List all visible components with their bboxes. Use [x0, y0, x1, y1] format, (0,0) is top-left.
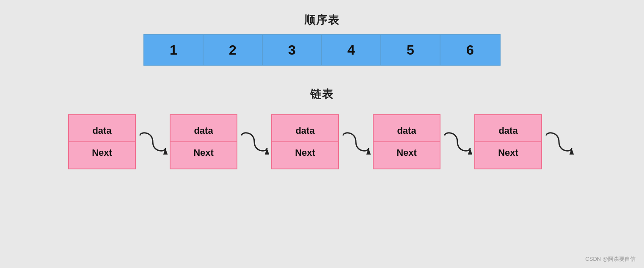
node-next-5: Next — [498, 147, 518, 158]
node-next-2: Next — [193, 147, 214, 158]
node-divider-4 — [374, 141, 440, 142]
node-divider-3 — [272, 141, 338, 142]
linked-node-3: dataNext — [271, 114, 339, 169]
linked-node-2: dataNext — [170, 114, 237, 169]
arrow-5 — [542, 114, 576, 169]
node-data-5: data — [498, 125, 517, 136]
linked-title: 链表 — [310, 87, 334, 102]
seq-cell-1: 1 — [144, 35, 204, 65]
seq-cell-2: 2 — [204, 35, 263, 65]
arrow-4 — [440, 114, 474, 169]
node-next-3: Next — [295, 147, 315, 158]
node-divider-5 — [475, 141, 541, 142]
arrow-1 — [136, 114, 170, 169]
linked-node-1: dataNext — [68, 114, 136, 169]
node-data-2: data — [194, 125, 213, 136]
linked-node-5: dataNext — [474, 114, 542, 169]
node-data-3: data — [295, 125, 314, 136]
linked-list-row: dataNextdataNextdataNextdataNextdataNext — [68, 114, 576, 169]
seq-cell-5: 5 — [381, 35, 440, 65]
node-next-4: Next — [396, 147, 417, 158]
node-next-1: Next — [92, 147, 112, 158]
watermark: CSDN @阿森要自信 — [585, 255, 636, 263]
linked-section: 链表 dataNextdataNextdataNextdataNextdataN… — [68, 87, 576, 169]
seq-cell-4: 4 — [322, 35, 381, 65]
node-divider-1 — [69, 141, 135, 142]
seq-cell-3: 3 — [263, 35, 322, 65]
node-data-4: data — [397, 125, 416, 136]
arrow-3 — [339, 114, 373, 169]
node-divider-2 — [171, 141, 237, 142]
arrow-2 — [237, 114, 271, 169]
sequential-table: 123456 — [143, 34, 501, 66]
page-container: 顺序表 123456 链表 dataNextdataNextdataNextda… — [0, 0, 644, 268]
sequential-title: 顺序表 — [304, 13, 340, 28]
linked-node-4: dataNext — [373, 114, 440, 169]
node-data-1: data — [92, 125, 111, 136]
seq-cell-6: 6 — [440, 35, 500, 65]
